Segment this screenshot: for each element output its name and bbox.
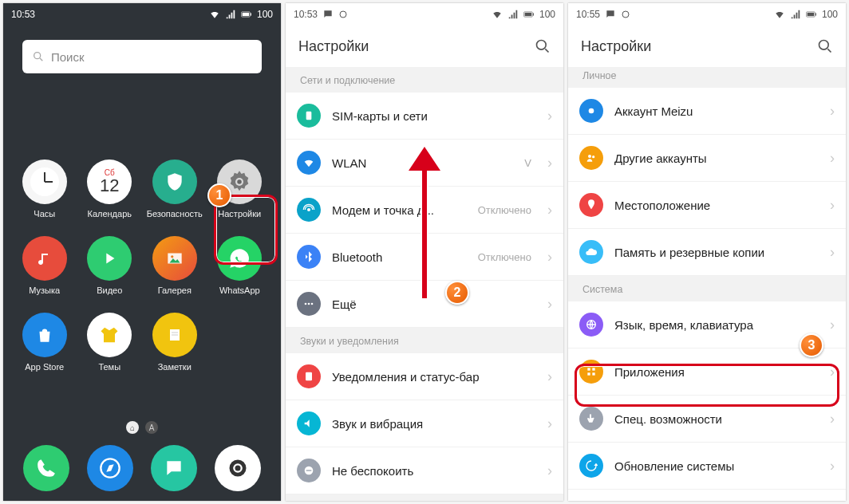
svg-point-41 bbox=[588, 155, 591, 158]
app-whatsapp[interactable]: WhatsApp bbox=[210, 236, 270, 295]
section-device: Устройство bbox=[286, 494, 563, 501]
battery-text: 100 bbox=[257, 9, 273, 20]
item-about[interactable]: i О телефоне › bbox=[568, 490, 846, 501]
sound-icon bbox=[302, 417, 315, 430]
search-icon[interactable] bbox=[535, 38, 551, 54]
tshirt-icon bbox=[98, 324, 120, 346]
app-calendar[interactable]: Сб 12 Календарь bbox=[80, 159, 140, 219]
svg-rect-45 bbox=[592, 368, 594, 370]
app-appstore[interactable]: App Store bbox=[14, 313, 75, 372]
app-video[interactable]: Видео bbox=[80, 236, 140, 295]
phone-settings-2: 10:55 100 Настройки Личное Аккаунт Meizu… bbox=[568, 3, 846, 501]
camera-icon bbox=[227, 457, 249, 479]
chevron-right-icon: › bbox=[830, 458, 835, 474]
search-bar[interactable]: Поиск bbox=[22, 40, 262, 73]
battery-icon bbox=[806, 9, 817, 20]
page-indicator[interactable]: ⌂ A bbox=[3, 421, 281, 434]
svg-line-25 bbox=[545, 49, 548, 52]
status-bar: 10:53 100 bbox=[3, 3, 281, 26]
chevron-right-icon: › bbox=[830, 103, 835, 120]
svg-rect-33 bbox=[306, 470, 312, 471]
item-hotspot[interactable]: Модем и точка д... Отключено › bbox=[286, 187, 563, 234]
svg-line-4 bbox=[40, 58, 42, 61]
clock-icon bbox=[29, 166, 61, 198]
item-wlan[interactable]: WLAN V › bbox=[286, 140, 563, 187]
status-bar: 10:53 100 bbox=[286, 3, 563, 26]
chat-status-icon bbox=[605, 9, 616, 20]
svg-point-20 bbox=[340, 11, 346, 18]
more-icon bbox=[302, 297, 315, 310]
item-apps[interactable]: Приложения › bbox=[568, 348, 846, 396]
item-notifications[interactable]: Уведомления и статус-бар › bbox=[286, 353, 563, 400]
dock-browser[interactable] bbox=[87, 445, 133, 491]
chevron-right-icon: › bbox=[830, 411, 835, 427]
item-accessibility[interactable]: Спец. возможности › bbox=[568, 396, 846, 443]
svg-rect-31 bbox=[306, 372, 312, 381]
chevron-right-icon: › bbox=[547, 296, 552, 313]
dock-camera[interactable] bbox=[215, 445, 261, 491]
item-backup[interactable]: Память и резервные копии › bbox=[568, 229, 846, 276]
section-personal: Личное bbox=[568, 67, 846, 88]
notification-icon bbox=[302, 370, 315, 383]
chevron-right-icon: › bbox=[547, 202, 552, 219]
item-dnd[interactable]: Не беспокоить › bbox=[286, 447, 563, 494]
title-bar: Настройки bbox=[286, 26, 563, 67]
svg-point-42 bbox=[592, 156, 594, 158]
app-gallery[interactable]: Галерея bbox=[144, 236, 205, 295]
apps-icon bbox=[585, 365, 598, 378]
phone-settings-1: 10:53 100 Настройки Сети и подключение S… bbox=[286, 3, 563, 501]
home-page-dot[interactable]: ⌂ bbox=[126, 421, 139, 434]
item-accounts[interactable]: Другие аккаунты › bbox=[568, 135, 846, 182]
sim-icon bbox=[302, 109, 315, 122]
cloud-icon bbox=[585, 246, 598, 258]
section-system: Система bbox=[568, 276, 846, 301]
svg-rect-37 bbox=[808, 13, 815, 16]
chevron-right-icon: › bbox=[547, 249, 552, 266]
dock bbox=[3, 445, 281, 491]
chevron-right-icon: › bbox=[547, 155, 552, 171]
svg-point-10 bbox=[238, 179, 243, 184]
svg-point-24 bbox=[537, 41, 547, 50]
globe-icon bbox=[585, 318, 598, 331]
item-bluetooth[interactable]: Bluetooth Отключено › bbox=[286, 234, 563, 281]
app-settings[interactable]: Настройки bbox=[210, 159, 270, 219]
wifi-icon bbox=[302, 156, 315, 169]
item-language[interactable]: Язык, время, клавиатура › bbox=[568, 301, 846, 348]
clock-text: 10:53 bbox=[11, 9, 35, 20]
phone-home-screen: 10:53 100 Поиск Часы Сб 12 Календарь bbox=[3, 3, 281, 501]
app-themes[interactable]: Темы bbox=[80, 313, 140, 372]
chevron-right-icon: › bbox=[830, 364, 835, 380]
play-icon bbox=[101, 250, 118, 267]
svg-point-19 bbox=[235, 466, 241, 471]
music-icon bbox=[35, 249, 54, 268]
dock-phone[interactable] bbox=[23, 445, 69, 491]
app-security[interactable]: Безопасность bbox=[144, 159, 205, 219]
page-dot[interactable]: A bbox=[145, 421, 158, 434]
item-meizu-account[interactable]: Аккаунт Meizu › bbox=[568, 88, 846, 135]
svg-point-38 bbox=[819, 41, 829, 50]
app-clock[interactable]: Часы bbox=[14, 159, 75, 219]
app-music[interactable]: Музыка bbox=[14, 236, 75, 295]
wifi-icon bbox=[209, 9, 220, 20]
search-placeholder: Поиск bbox=[51, 50, 85, 64]
svg-point-28 bbox=[305, 303, 307, 305]
search-icon[interactable] bbox=[817, 38, 833, 54]
item-location[interactable]: Местоположение › bbox=[568, 182, 846, 229]
page-title: Настройки bbox=[298, 38, 369, 55]
circle-status-icon bbox=[338, 10, 348, 19]
svg-line-39 bbox=[827, 49, 831, 52]
item-more[interactable]: Ещё › bbox=[286, 281, 563, 328]
item-sim[interactable]: SIM-карты и сети › bbox=[286, 93, 563, 140]
wifi-icon bbox=[774, 9, 785, 20]
battery-text: 100 bbox=[539, 9, 555, 20]
svg-point-12 bbox=[171, 255, 173, 258]
item-update[interactable]: Обновление системы › bbox=[568, 443, 846, 490]
compass-icon bbox=[99, 457, 121, 479]
gear-icon bbox=[227, 170, 251, 194]
app-notes[interactable]: Заметки bbox=[144, 313, 205, 372]
item-sound[interactable]: Звук и вибрация › bbox=[286, 400, 563, 447]
location-icon bbox=[585, 199, 598, 211]
dock-messages[interactable] bbox=[151, 445, 197, 491]
wifi-icon bbox=[492, 9, 503, 20]
svg-rect-36 bbox=[815, 13, 816, 15]
